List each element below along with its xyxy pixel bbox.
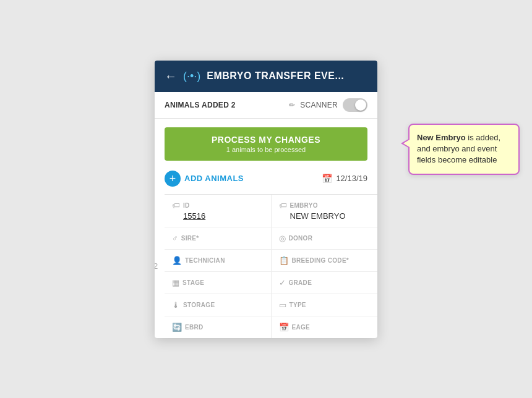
- pencil-icon: ✏: [289, 101, 295, 109]
- scanner-label: SCANNER: [300, 101, 338, 109]
- back-button[interactable]: ←: [165, 69, 177, 83]
- type-label: TYPE: [290, 302, 306, 308]
- embryo-cell[interactable]: 🏷 EMBRYO NEW EMBRYO: [272, 195, 378, 227]
- fields-table: 🏷 ID 15516 🏷 EMBRYO NEW EMBRYO: [165, 194, 377, 338]
- toggle-knob: [355, 100, 366, 111]
- ebrd-label: EBRD: [185, 324, 204, 331]
- breeding-label-row: 📋 BREEDING CODE*: [279, 256, 371, 265]
- breeding-code-cell[interactable]: 📋 BREEDING CODE*: [272, 250, 378, 271]
- callout-bold: New Embryo: [417, 133, 466, 142]
- male-icon: ♂: [172, 234, 178, 243]
- calendar-icon: 📅: [322, 174, 332, 184]
- ebrd-icon: 🔄: [172, 323, 182, 332]
- eage-label-row: 📅 EAGE: [279, 323, 371, 332]
- tag-icon-left: 🏷: [172, 201, 180, 210]
- table-row: 🏷 ID 15516 🏷 EMBRYO NEW EMBRYO: [165, 195, 377, 227]
- donor-icon: ◎: [279, 234, 286, 243]
- id-cell[interactable]: 🏷 ID 15516: [165, 195, 272, 227]
- table-row: ♂ SIRE* ◎ DONOR: [165, 227, 377, 250]
- phone-card: ← (·•·) EMBRYO TRANSFER EVE... ANIMALS A…: [155, 61, 377, 338]
- date-row: 📅 12/13/19: [322, 174, 367, 184]
- date-value: 12/13/19: [336, 174, 367, 183]
- eage-label: EAGE: [292, 324, 311, 331]
- eage-icon: 📅: [279, 323, 289, 332]
- add-circle-icon: +: [165, 171, 181, 187]
- tech-label: TECHNICIAN: [185, 257, 225, 264]
- table-row: 🌡 STORAGE ▭ TYPE: [165, 294, 377, 316]
- type-cell[interactable]: ▭ TYPE: [272, 294, 378, 316]
- page-wrapper: ← (·•·) EMBRYO TRANSFER EVE... ANIMALS A…: [0, 0, 532, 398]
- add-animals-row: + ADD ANIMALS 📅 12/13/19: [155, 166, 377, 194]
- add-animals-label: ADD ANIMALS: [184, 174, 244, 183]
- stage-cell[interactable]: ▦ STAGE: [165, 272, 272, 294]
- embryo-label: EMBRYO: [290, 202, 318, 209]
- table-container: 2 🏷 ID 15516 🏷 EMBRYO: [155, 194, 377, 338]
- process-btn-title: PROCESS MY CHANGES: [174, 135, 358, 145]
- sire-label: SIRE*: [181, 235, 199, 242]
- grade-label: GRADE: [289, 279, 312, 286]
- embryo-value: NEW EMBRYO: [279, 211, 371, 221]
- table-row: 🔄 EBRD 📅 EAGE: [165, 316, 377, 338]
- tag-icon-right: 🏷: [279, 201, 287, 210]
- stage-label: STAGE: [182, 279, 204, 286]
- table-row: 👤 TECHNICIAN 📋 BREEDING CODE*: [165, 250, 377, 272]
- eage-cell[interactable]: 📅 EAGE: [272, 316, 378, 338]
- grade-cell[interactable]: ✓ GRADE: [272, 272, 378, 294]
- process-button[interactable]: PROCESS MY CHANGES 1 animals to be proce…: [165, 127, 367, 161]
- thermometer-icon: 🌡: [172, 300, 180, 310]
- header-title: EMBRYO TRANSFER EVE...: [207, 70, 367, 82]
- sire-label-row: ♂ SIRE*: [172, 234, 264, 243]
- add-animals-button[interactable]: + ADD ANIMALS: [165, 171, 244, 187]
- technician-cell[interactable]: 👤 TECHNICIAN: [165, 250, 272, 271]
- ebrd-cell[interactable]: 🔄 EBRD: [165, 316, 272, 338]
- id-label-row: 🏷 ID: [172, 201, 264, 210]
- row-number-indicator: 2: [155, 261, 158, 271]
- person-icon: 👤: [172, 256, 182, 265]
- storage-cell[interactable]: 🌡 STORAGE: [165, 294, 272, 316]
- donor-label: DONOR: [289, 235, 313, 242]
- id-label: ID: [183, 202, 190, 209]
- checkmark-icon: ✓: [279, 278, 286, 287]
- app-header: ← (·•·) EMBRYO TRANSFER EVE...: [155, 61, 377, 92]
- tech-label-row: 👤 TECHNICIAN: [172, 256, 264, 265]
- embryo-label-row: 🏷 EMBRYO: [279, 201, 371, 210]
- callout-tooltip: New Embryo is added, and embryo and even…: [408, 124, 520, 175]
- id-value: 15516: [172, 211, 264, 221]
- grade-label-row: ✓ GRADE: [279, 278, 371, 287]
- scanner-row: ✏ SCANNER: [289, 98, 367, 112]
- event-icon: (·•·): [183, 70, 200, 83]
- subheader: ANIMALS ADDED 2 ✏ SCANNER: [155, 92, 377, 119]
- clipboard-icon: 📋: [279, 256, 289, 265]
- ebrd-label-row: 🔄 EBRD: [172, 323, 264, 332]
- donor-cell[interactable]: ◎ DONOR: [272, 227, 378, 249]
- type-icon: ▭: [279, 300, 286, 310]
- storage-label-row: 🌡 STORAGE: [172, 300, 264, 310]
- stage-label-row: ▦ STAGE: [172, 278, 264, 287]
- table-row: ▦ STAGE ✓ GRADE: [165, 272, 377, 294]
- animals-added: ANIMALS ADDED 2: [165, 101, 236, 109]
- donor-label-row: ◎ DONOR: [279, 234, 371, 243]
- scanner-toggle[interactable]: [343, 98, 367, 112]
- stage-icon: ▦: [172, 278, 179, 287]
- type-label-row: ▭ TYPE: [279, 300, 371, 310]
- storage-label: STORAGE: [183, 302, 215, 308]
- breeding-label: BREEDING CODE*: [292, 257, 350, 264]
- sire-cell[interactable]: ♂ SIRE*: [165, 227, 272, 249]
- process-btn-subtitle: 1 animals to be processed: [174, 146, 358, 153]
